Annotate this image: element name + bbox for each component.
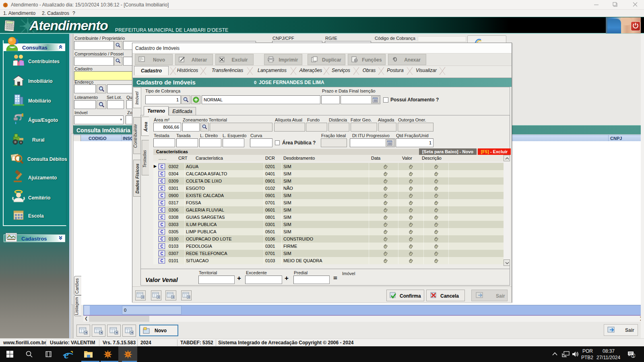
svg-text:1: 1 (632, 354, 634, 358)
